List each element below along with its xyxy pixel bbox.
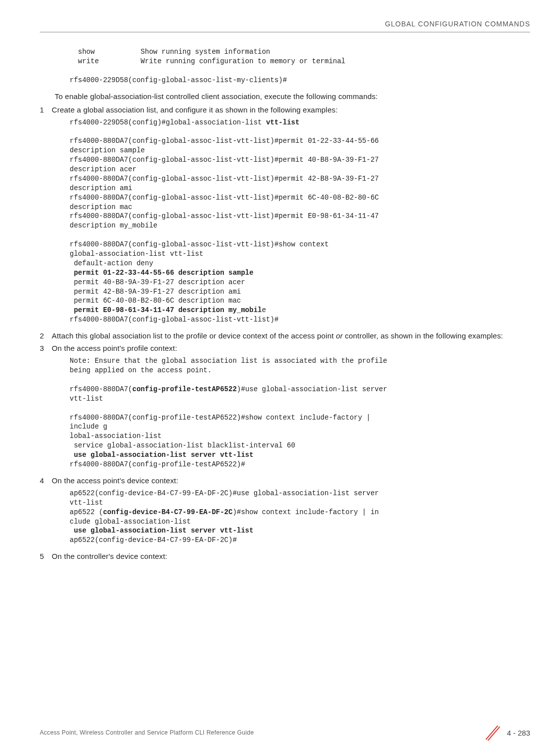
- step-5: 5 On the controller's device context:: [40, 552, 530, 560]
- step-4: 4 On the access point's device context:: [40, 476, 530, 485]
- step-number: 2: [40, 331, 52, 340]
- step-1: 1 Create a global association list, and …: [40, 106, 530, 114]
- page-number: 4 - 283: [507, 729, 530, 737]
- code-block-3: Note: Ensure that the global association…: [70, 356, 530, 469]
- text-part: Attach this global association list to t…: [52, 331, 336, 340]
- text-italic: or: [336, 331, 343, 340]
- step-text: Attach this global association list to t…: [52, 331, 503, 340]
- code-text: rfs4000-880DA7(config-profile-testAP6522…: [70, 460, 245, 468]
- step-text: On the controller's device context:: [52, 552, 167, 560]
- code-block-1: show Show running system information wri…: [70, 47, 530, 85]
- step-number: 5: [40, 552, 52, 560]
- step-3: 3 On the access point's profile context:: [40, 344, 530, 352]
- code-block-4: ap6522(config-device-B4-C7-99-EA-DF-2C)#…: [70, 489, 530, 545]
- code-text: ap6522(config-device-B4-C7-99-EA-DF-2C)#: [70, 536, 237, 544]
- code-block-2: rfs4000-229D58(config)#global-associatio…: [70, 118, 530, 325]
- step-number: 3: [40, 344, 52, 352]
- footer-pagenum-group: 4 - 283: [483, 724, 530, 742]
- code-bold: vtt-list: [266, 118, 299, 126]
- code-bold: config-profile-testAP6522: [132, 385, 237, 393]
- code-bold: config-device-B4-C7-99-EA-DF-2C: [103, 508, 232, 516]
- step-text: Create a global association list, and co…: [52, 106, 338, 114]
- code-bold: permit 01-22-33-44-55-66 description sam…: [74, 269, 253, 277]
- page-header: GLOBAL CONFIGURATION COMMANDS: [40, 20, 530, 32]
- text-part: controller, as shown in the following ex…: [343, 331, 503, 340]
- svg-line-1: [488, 727, 500, 741]
- code-text: rfs4000-880DA7(config-global-assoc-list-…: [70, 137, 383, 276]
- step-2: 2 Attach this global association list to…: [40, 331, 530, 340]
- step-text: On the access point's profile context:: [52, 344, 177, 352]
- code-bold: use global-association-list server vtt-l…: [74, 451, 253, 459]
- code-text: rfs4000-229D58(config)#global-associatio…: [70, 118, 266, 126]
- page-footer: Access Point, Wireless Controller and Se…: [40, 724, 530, 742]
- prose-intro: To enable global-association-list contro…: [55, 92, 530, 101]
- step-number: 4: [40, 476, 52, 485]
- code-bold: use global-association-list server vtt-l…: [74, 527, 253, 535]
- step-text: On the access point's device context:: [52, 476, 179, 485]
- footer-title: Access Point, Wireless Controller and Se…: [40, 729, 254, 736]
- step-number: 1: [40, 106, 52, 114]
- code-bold: permit E0-98-61-34-11-47 description my_…: [74, 306, 262, 314]
- code-text: )#use global-association-list server vtt…: [70, 385, 391, 459]
- slash-icon: [483, 724, 501, 742]
- svg-line-0: [486, 726, 498, 740]
